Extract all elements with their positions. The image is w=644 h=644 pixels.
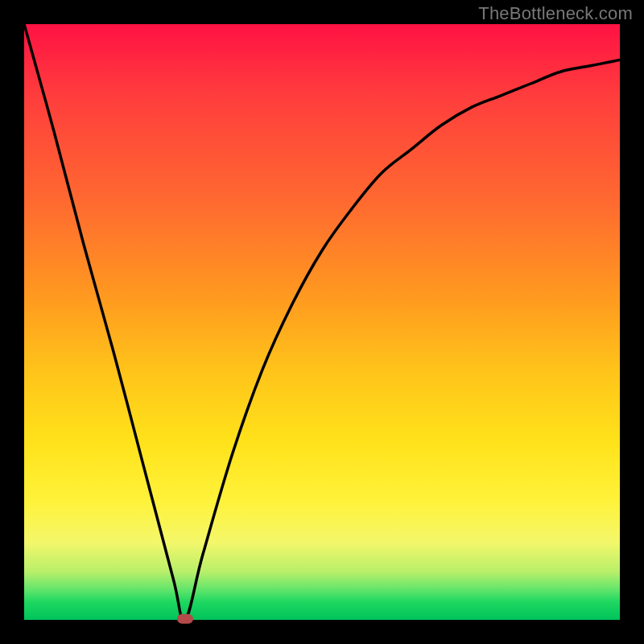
curve-svg [24, 24, 620, 620]
plot-area [24, 24, 620, 620]
watermark-text: TheBottleneck.com [478, 3, 633, 24]
chart-frame: TheBottleneck.com [0, 0, 644, 644]
min-point-marker [177, 614, 193, 624]
bottleneck-curve [24, 24, 620, 621]
